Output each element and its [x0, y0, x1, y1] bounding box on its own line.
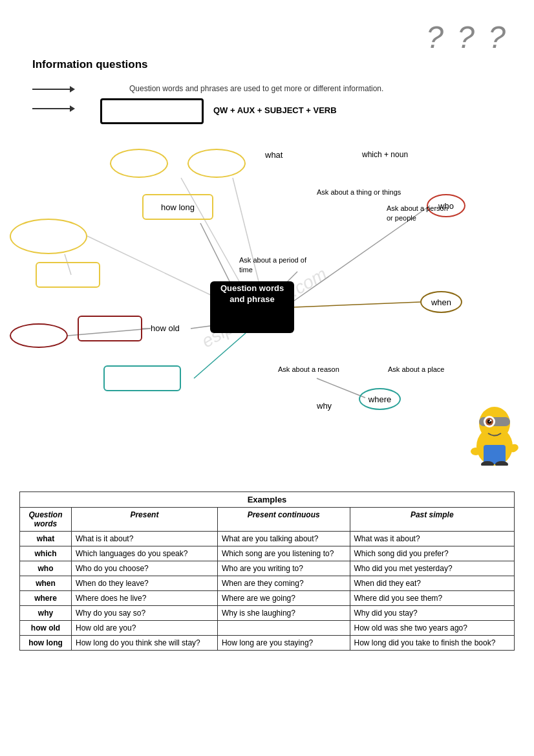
label-place: Ask about a place	[388, 365, 444, 373]
top-left-oval	[110, 149, 168, 178]
cell-what-cont: What are you talking about?	[217, 532, 350, 546]
when-oval: when	[420, 291, 462, 313]
cell-what-past: What was it about?	[350, 532, 514, 546]
table-row: where Where does he live? Where are we g…	[20, 591, 515, 606]
cell-which-cont: Which song are you listening to?	[217, 546, 350, 561]
howlong-box: how long	[142, 194, 213, 220]
qword-why: why	[20, 606, 72, 621]
qword-what: what	[20, 532, 72, 546]
cell-howlong-present: How long do you think she will stay?	[72, 636, 218, 651]
left-rect	[36, 262, 100, 288]
svg-point-25	[489, 421, 490, 422]
cell-why-past: Why did you stay?	[350, 606, 514, 621]
cell-who-past: Who did you met yesterday?	[350, 561, 514, 576]
label-howold: how old	[151, 323, 180, 333]
question-marks-header: ? ? ?	[426, 19, 508, 55]
cell-what-present: What is it about?	[72, 532, 218, 546]
cell-which-present: Which languages do you speak?	[72, 546, 218, 561]
darkred-rect	[78, 316, 142, 341]
label-what: what	[265, 150, 283, 160]
table-row: why Why do you say so? Why is she laughi…	[20, 606, 515, 621]
table-row: which Which languages do you speak? Whic…	[20, 546, 515, 561]
qword-who: who	[20, 561, 72, 576]
where-oval: where	[359, 388, 401, 410]
cell-who-cont: Who are you writing to?	[217, 561, 350, 576]
qword-where: where	[20, 591, 72, 606]
cell-who-present: Who do you choose?	[72, 561, 218, 576]
minion-illustration	[465, 401, 524, 466]
cell-when-present: When do they leave?	[72, 576, 218, 591]
cell-which-past: Which song did you prefer?	[350, 546, 514, 561]
label-which-noun: which + noun	[362, 150, 408, 159]
cell-howold-past: How old was she two years ago?	[350, 621, 514, 636]
col-header-present-cont: Present continuous	[217, 508, 350, 532]
label-period: Ask about a period of time	[239, 255, 310, 275]
cell-howold-present: How old are you?	[72, 621, 218, 636]
qword-which: which	[20, 546, 72, 561]
cell-where-past: Where did you see them?	[350, 591, 514, 606]
top-right-oval	[187, 149, 246, 178]
col-header-present: Present	[72, 508, 218, 532]
label-reason: Ask about a reason	[278, 365, 339, 373]
svg-line-4	[87, 236, 230, 304]
page-title: Information questions	[32, 58, 148, 71]
mindmap: what which + noun how long Ask about a t…	[0, 136, 530, 472]
label-thing: Ask about a thing or things	[317, 188, 401, 197]
svg-point-21	[471, 448, 481, 455]
label-why: why	[317, 401, 332, 411]
svg-line-10	[294, 302, 420, 307]
cell-howlong-cont: How long are you staying?	[217, 636, 350, 651]
formula-text: QW + AUX + SUBJECT + VERB	[213, 105, 337, 115]
cell-why-cont: Why is she laughing?	[217, 606, 350, 621]
table-row: when When do they leave? When are they c…	[20, 576, 515, 591]
qw-box	[100, 98, 204, 124]
svg-point-19	[490, 420, 492, 422]
svg-line-9	[194, 333, 246, 378]
label-person: Ask about a person or people	[387, 204, 451, 224]
teal-rect	[103, 365, 181, 391]
table-title: Examples	[20, 492, 515, 508]
arrow-2	[32, 108, 71, 109]
qword-howold: how old	[20, 621, 72, 636]
col-header-qwords: Question words	[20, 508, 72, 532]
table-row: how old How old are you? How old was she…	[20, 621, 515, 636]
cell-when-past: When did they eat?	[350, 576, 514, 591]
left-oval	[10, 219, 87, 254]
cell-why-present: Why do you say so?	[72, 606, 218, 621]
cell-where-cont: Where are we going?	[217, 591, 350, 606]
svg-line-11	[317, 378, 365, 398]
qword-when: when	[20, 576, 72, 591]
col-header-past: Past simple	[350, 508, 514, 532]
cell-when-cont: When are they coming?	[217, 576, 350, 591]
examples-table: Examples Question words Present Present …	[19, 491, 515, 651]
table-row: who Who do you choose? Who are you writi…	[20, 561, 515, 576]
table-row: how long How long do you think she will …	[20, 636, 515, 651]
svg-line-0	[181, 178, 239, 281]
svg-line-2	[200, 223, 230, 281]
darkred-oval	[10, 323, 68, 348]
cell-howold-cont	[217, 621, 350, 636]
arrow-1	[32, 89, 71, 90]
cell-howlong-past: How long did you take to finish the book…	[350, 636, 514, 651]
table-row: what What is it about? What are you talk…	[20, 532, 515, 546]
cell-where-present: Where does he live?	[72, 591, 218, 606]
description-text: Question words and phrases are used to g…	[129, 84, 383, 93]
qword-howlong: how long	[20, 636, 72, 651]
central-text: Question words and phrase	[213, 283, 291, 305]
